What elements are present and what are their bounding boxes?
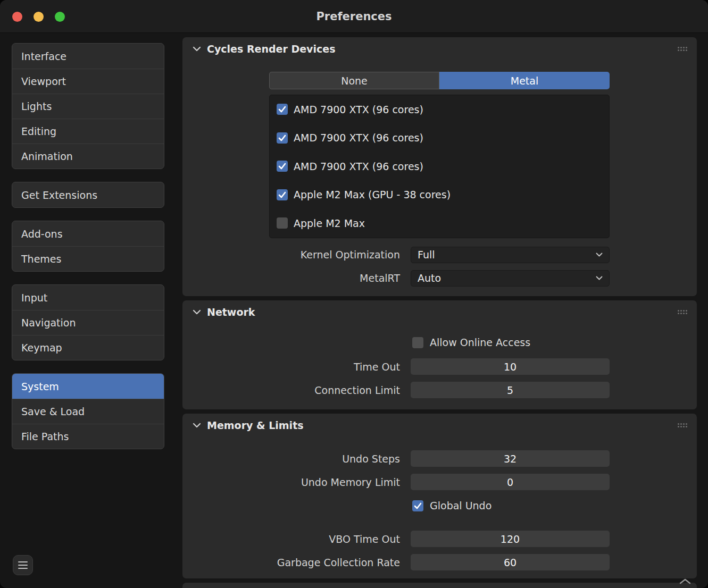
sidebar-item-viewport[interactable]: Viewport <box>12 69 164 94</box>
panel-memory-limits: Memory & Limits Undo Steps 32 Undo Memor… <box>182 414 697 578</box>
drag-handle-icon[interactable] <box>678 47 688 52</box>
kernel-optimization-value: Full <box>418 249 435 261</box>
kernel-optimization-row: Kernel Optimization Full <box>182 247 697 263</box>
drag-handle-icon[interactable] <box>678 310 688 315</box>
sidebar-group-system: System Save & Load File Paths <box>12 373 164 449</box>
preferences-window: Preferences Interface Viewport Lights Ed… <box>0 0 708 588</box>
chevron-down-icon <box>596 253 603 257</box>
device-label: AMD 7900 XTX (96 cores) <box>294 104 423 115</box>
garbage-collection-rate-field[interactable]: 60 <box>411 554 610 570</box>
sidebar: Interface Viewport Lights Editing Animat… <box>12 43 164 462</box>
sidebar-item-navigation[interactable]: Navigation <box>12 310 164 335</box>
kernel-optimization-select[interactable]: Full <box>411 247 610 263</box>
sidebar-group-addons: Add-ons Themes <box>12 221 164 272</box>
backend-none-button[interactable]: None <box>269 72 439 89</box>
kernel-optimization-label: Kernel Optimization <box>182 249 400 261</box>
hamburger-icon <box>18 561 28 562</box>
sidebar-item-lights[interactable]: Lights <box>12 94 164 119</box>
drag-handle-icon[interactable] <box>678 423 688 428</box>
sidebar-item-save-load[interactable]: Save & Load <box>12 399 164 424</box>
sidebar-item-input[interactable]: Input <box>12 285 164 310</box>
sidebar-item-get-extensions[interactable]: Get Extensions <box>12 182 164 207</box>
checkbox-unchecked-icon[interactable] <box>412 337 423 348</box>
panel-header-cycles[interactable]: Cycles Render Devices <box>182 37 697 61</box>
panel-header-memory[interactable]: Memory & Limits <box>182 414 697 437</box>
device-row[interactable]: Apple M2 Max <box>270 209 609 238</box>
checkbox-checked-icon[interactable] <box>277 189 288 200</box>
undo-steps-row: Undo Steps 32 <box>182 450 697 467</box>
allow-online-access-label: Allow Online Access <box>430 337 530 348</box>
chevron-down-icon <box>596 276 603 280</box>
checkbox-checked-icon[interactable] <box>412 500 423 511</box>
time-out-label: Time Out <box>182 361 400 373</box>
sidebar-item-interface[interactable]: Interface <box>12 44 164 69</box>
chevron-down-icon[interactable] <box>193 309 201 315</box>
preferences-content: Cycles Render Devices None Metal AMD 790… <box>182 37 697 588</box>
connection-limit-row: Connection Limit 5 <box>182 382 697 398</box>
sidebar-item-themes[interactable]: Themes <box>12 246 164 271</box>
checkbox-checked-icon[interactable] <box>277 132 288 144</box>
undo-steps-label: Undo Steps <box>182 453 400 465</box>
render-device-area: None Metal AMD 7900 XTX (96 cores) <box>269 72 610 238</box>
checkbox-unchecked-icon[interactable] <box>277 217 288 229</box>
device-row[interactable]: AMD 7900 XTX (96 cores) <box>270 124 609 153</box>
device-label: Apple M2 Max <box>294 217 365 229</box>
device-row[interactable]: Apple M2 Max (GPU - 38 cores) <box>270 181 609 209</box>
sidebar-item-system[interactable]: System <box>12 374 164 399</box>
metalrt-row: MetalRT Auto <box>182 270 697 287</box>
panel-title-network: Network <box>207 306 255 318</box>
minimize-window-button[interactable] <box>34 12 44 22</box>
panel-title-cycles: Cycles Render Devices <box>207 43 335 55</box>
sidebar-group-input: Input Navigation Keymap <box>12 284 164 360</box>
backend-metal-button[interactable]: Metal <box>439 72 610 89</box>
undo-memory-limit-row: Undo Memory Limit 0 <box>182 474 697 490</box>
connection-limit-label: Connection Limit <box>182 384 400 396</box>
close-window-button[interactable] <box>12 12 22 22</box>
device-row[interactable]: AMD 7900 XTX (96 cores) <box>270 95 609 124</box>
device-label: AMD 7900 XTX (96 cores) <box>294 132 423 144</box>
sidebar-item-add-ons[interactable]: Add-ons <box>12 221 164 246</box>
connection-limit-field[interactable]: 5 <box>411 382 610 398</box>
scroll-up-icon[interactable] <box>679 577 692 587</box>
metalrt-select[interactable]: Auto <box>411 270 610 287</box>
metalrt-label: MetalRT <box>182 272 400 284</box>
undo-memory-limit-field[interactable]: 0 <box>411 474 610 490</box>
window-title: Preferences <box>316 10 392 23</box>
device-row[interactable]: AMD 7900 XTX (96 cores) <box>270 152 609 181</box>
zoom-window-button[interactable] <box>55 12 65 22</box>
garbage-collection-rate-label: Garbage Collection Rate <box>182 557 400 568</box>
vbo-time-out-row: VBO Time Out 120 <box>182 531 697 547</box>
checkbox-checked-icon[interactable] <box>277 161 288 172</box>
chevron-down-icon[interactable] <box>193 423 201 428</box>
backend-segmented-control: None Metal <box>269 72 610 89</box>
panel-partial-next <box>182 583 697 588</box>
panel-title-memory: Memory & Limits <box>207 419 304 431</box>
preferences-menu-button[interactable] <box>13 555 33 575</box>
sidebar-group-extensions: Get Extensions <box>12 182 164 208</box>
sidebar-item-animation[interactable]: Animation <box>12 144 164 169</box>
titlebar[interactable]: Preferences <box>0 0 708 33</box>
panel-network: Network Allow Online Access Time Out 10 … <box>182 300 697 409</box>
panel-header-network[interactable]: Network <box>182 300 697 324</box>
undo-memory-limit-label: Undo Memory Limit <box>182 476 400 488</box>
sidebar-item-keymap[interactable]: Keymap <box>12 335 164 360</box>
global-undo-label: Global Undo <box>430 500 492 511</box>
metalrt-value: Auto <box>418 272 441 284</box>
global-undo-row[interactable]: Global Undo <box>412 500 697 511</box>
vbo-time-out-field[interactable]: 120 <box>411 531 610 547</box>
allow-online-access-row[interactable]: Allow Online Access <box>412 337 697 348</box>
sidebar-item-editing[interactable]: Editing <box>12 119 164 144</box>
chevron-down-icon[interactable] <box>193 46 201 52</box>
time-out-field[interactable]: 10 <box>411 358 610 375</box>
sidebar-item-file-paths[interactable]: File Paths <box>12 424 164 449</box>
sidebar-group-general: Interface Viewport Lights Editing Animat… <box>12 43 164 169</box>
undo-steps-field[interactable]: 32 <box>411 450 610 467</box>
device-list: AMD 7900 XTX (96 cores) AMD 7900 XTX (96… <box>269 95 610 238</box>
time-out-row: Time Out 10 <box>182 358 697 375</box>
checkbox-checked-icon[interactable] <box>277 104 288 115</box>
device-label: Apple M2 Max (GPU - 38 cores) <box>294 189 451 200</box>
vbo-time-out-label: VBO Time Out <box>182 533 400 545</box>
panel-cycles-render-devices: Cycles Render Devices None Metal AMD 790… <box>182 37 697 296</box>
traffic-lights <box>12 12 65 22</box>
garbage-collection-rate-row: Garbage Collection Rate 60 <box>182 554 697 570</box>
